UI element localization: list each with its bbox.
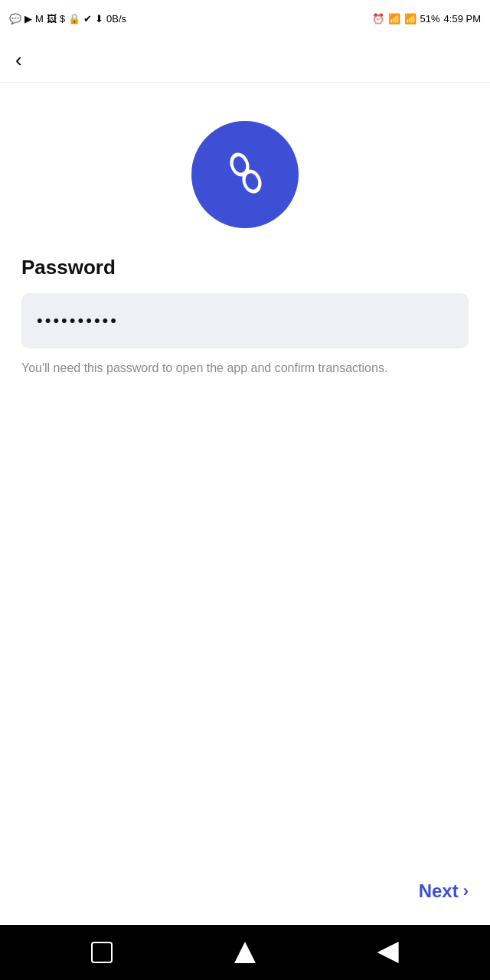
android-nav-bar (0, 925, 490, 980)
home-icon (234, 942, 256, 963)
signal-icon: 📶 (404, 13, 416, 24)
time-display: 4:59 PM (444, 13, 481, 24)
top-navigation: ‹ (0, 37, 490, 83)
download-icon: ⬇ (95, 13, 103, 24)
wifi-icon: 📶 (388, 13, 400, 24)
password-input-wrapper[interactable] (21, 293, 469, 348)
gmail-icon: M (35, 13, 44, 24)
status-bar-icons: 💬 ▶ M 🖼 $ 🔒 ✔ ⬇ 0B/s (9, 13, 126, 24)
check-icon: ✔ (83, 13, 92, 24)
password-hint: You'll need this password to open the ap… (21, 359, 469, 377)
app-logo-circle (191, 121, 299, 228)
dollar-icon: $ (60, 13, 65, 24)
bottom-nav-area: Next › (0, 865, 490, 925)
back-button[interactable]: ‹ (15, 50, 22, 70)
youtube-icon: ▶ (24, 13, 32, 24)
next-chevron-icon: › (463, 881, 469, 901)
back-android-button[interactable] (377, 942, 399, 963)
status-bar: 💬 ▶ M 🖼 $ 🔒 ✔ ⬇ 0B/s ⏰ 📶 📶 51% 4:59 PM (0, 0, 490, 37)
lock-icon: 🔒 (68, 13, 80, 24)
logo-container (21, 121, 469, 228)
password-label: Password (21, 256, 469, 279)
main-content: Password You'll need this password to op… (0, 83, 490, 865)
battery-level: 51% (420, 13, 440, 24)
whatsapp-icon: 💬 (9, 13, 21, 24)
back-icon (377, 942, 399, 963)
home-button[interactable] (234, 942, 256, 963)
data-speed: 0B/s (106, 13, 126, 24)
next-button[interactable]: Next › (419, 880, 469, 902)
back-arrow-icon: ‹ (15, 48, 22, 71)
recents-button[interactable] (91, 942, 113, 963)
status-bar-right: ⏰ 📶 📶 51% 4:59 PM (372, 13, 481, 24)
app-logo-icon (218, 148, 272, 201)
password-input[interactable] (37, 311, 453, 331)
recents-icon (91, 942, 113, 963)
next-label: Next (419, 880, 459, 902)
photos-icon: 🖼 (47, 13, 57, 24)
alarm-icon: ⏰ (372, 13, 384, 24)
